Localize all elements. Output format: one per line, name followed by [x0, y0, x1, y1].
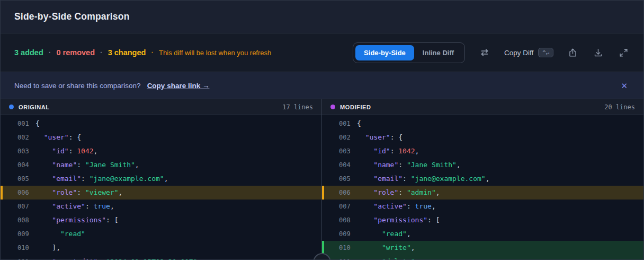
- close-icon: ✕: [621, 81, 628, 90]
- line-number: 007: [339, 200, 352, 213]
- original-dot-icon: [9, 105, 14, 109]
- code-line: 009 "read": [1, 227, 321, 241]
- share-banner-message: Need to save or share this comparison?: [14, 82, 141, 90]
- share-icon: [568, 48, 578, 58]
- share-banner: Need to save or share this comparison? C…: [1, 72, 643, 99]
- code-line: 010 ],: [1, 241, 321, 255]
- code-line: 004 "name": "Jane Smith",: [1, 158, 321, 172]
- line-number: 005: [339, 172, 352, 186]
- code-line: 005 "email": "jane@example.com",: [1, 172, 321, 186]
- line-number: 004: [339, 158, 352, 172]
- code-line: 008 "permissions": [: [1, 213, 321, 227]
- diff-volatile-note: This diff will be lost when you refresh: [159, 49, 271, 57]
- line-number: 007: [17, 200, 30, 213]
- code-line: 002 "user": {: [1, 131, 321, 144]
- line-number: 008: [339, 213, 352, 227]
- toolbar: 3 added · 0 removed · 3 changed · This d…: [1, 33, 643, 72]
- swap-panels-button[interactable]: [478, 46, 491, 59]
- line-number: 001: [339, 117, 352, 131]
- code-line: 008 "permissions": [: [322, 213, 643, 227]
- swap-horizontal-icon: [479, 47, 490, 58]
- code-line: 001{: [1, 117, 321, 131]
- panel-lines-count: 20 lines: [604, 103, 635, 111]
- inline-diff-button[interactable]: Inline Diff: [414, 45, 462, 60]
- stat-separator: ·: [151, 48, 154, 57]
- diff-app-window: Side-by-Side Comparison 3 added · 0 remo…: [0, 0, 644, 260]
- line-number: 006: [17, 186, 30, 200]
- diff-body: ORIGINAL 17 lines 001{002 "user": {003 "…: [1, 99, 643, 259]
- app-header: Side-by-Side Comparison: [1, 1, 643, 33]
- line-number: 001: [17, 117, 30, 131]
- fullscreen-button[interactable]: [618, 47, 630, 59]
- code-line: 004 "name": "Jane Smith",: [322, 158, 643, 172]
- stat-removed: 0 removed: [56, 48, 95, 57]
- share-button[interactable]: [567, 47, 579, 59]
- line-number: 008: [17, 213, 30, 227]
- code-line: 011 "createdAt": "2024-01-15T08:30:00Z",: [1, 255, 321, 259]
- line-number: 010: [339, 241, 352, 255]
- modified-panel-header: MODIFIED 20 lines: [322, 99, 643, 115]
- code-area[interactable]: 001{002 "user": {003 "id": 1042,004 "nam…: [1, 115, 321, 259]
- line-number: 011: [339, 255, 352, 259]
- line-number: 003: [17, 144, 30, 158]
- stat-separator: ·: [100, 48, 103, 57]
- code-line: 009 "read",: [322, 227, 643, 241]
- line-number: 010: [17, 241, 30, 255]
- copy-diff-label: Copy Diff: [504, 49, 533, 57]
- code-line: 007 "active": true,: [322, 200, 643, 213]
- code-area[interactable]: 001{002 "user": {003 "id": 1042,004 "nam…: [322, 115, 643, 259]
- line-number: 004: [17, 158, 30, 172]
- stat-separator: ·: [49, 48, 51, 57]
- panel-lines-count: 17 lines: [282, 103, 313, 111]
- page-title: Side-by-Side Comparison: [14, 11, 130, 22]
- code-line: 010 "write",: [322, 241, 643, 255]
- panel-label: ORIGINAL: [19, 104, 50, 110]
- view-mode-toggle: Side-by-Side Inline Diff: [353, 42, 465, 63]
- stat-added: 3 added: [14, 48, 43, 57]
- panel-label: MODIFIED: [340, 104, 371, 110]
- line-number: 002: [17, 131, 30, 144]
- line-number: 009: [339, 227, 352, 241]
- side-by-side-button[interactable]: Side-by-Side: [355, 45, 414, 60]
- code-line: 002 "user": {: [322, 131, 643, 144]
- line-number: 006: [339, 186, 352, 200]
- original-panel: ORIGINAL 17 lines 001{002 "user": {003 "…: [1, 99, 322, 259]
- code-line: 001{: [322, 117, 643, 131]
- code-line: 003 "id": 1042,: [322, 144, 643, 158]
- copy-share-link[interactable]: Copy share link →: [147, 82, 210, 90]
- diff-stats: 3 added · 0 removed · 3 changed · This d…: [14, 48, 271, 57]
- original-panel-header: ORIGINAL 17 lines: [1, 99, 321, 115]
- modified-panel: MODIFIED 20 lines 001{002 "user": {003 "…: [322, 99, 643, 259]
- code-line: 005 "email": "jane@example.com",: [322, 172, 643, 186]
- close-banner-button[interactable]: ✕: [619, 80, 630, 92]
- copy-diff-shortcut-badge: ^↵: [538, 48, 553, 58]
- line-number: 009: [17, 227, 30, 241]
- line-number: 002: [339, 131, 352, 144]
- line-number: 005: [17, 172, 30, 186]
- code-line: 003 "id": 1042,: [1, 144, 321, 158]
- code-line: 006 "role": "viewer",: [1, 186, 321, 200]
- download-button[interactable]: [592, 47, 604, 59]
- copy-diff-button[interactable]: Copy Diff ^↵: [504, 48, 553, 58]
- line-number: 011: [17, 255, 30, 259]
- expand-icon: [619, 48, 629, 58]
- code-line: 006 "role": "admin",: [322, 186, 643, 200]
- line-number: 003: [339, 144, 352, 158]
- stat-changed: 3 changed: [108, 48, 146, 57]
- modified-dot-icon: [330, 105, 335, 109]
- code-line: 011 "delete": [322, 255, 643, 259]
- download-icon: [593, 48, 603, 58]
- toolbar-controls: Side-by-Side Inline Diff Copy Diff ^↵: [353, 42, 630, 63]
- code-line: 007 "active": true,: [1, 200, 321, 213]
